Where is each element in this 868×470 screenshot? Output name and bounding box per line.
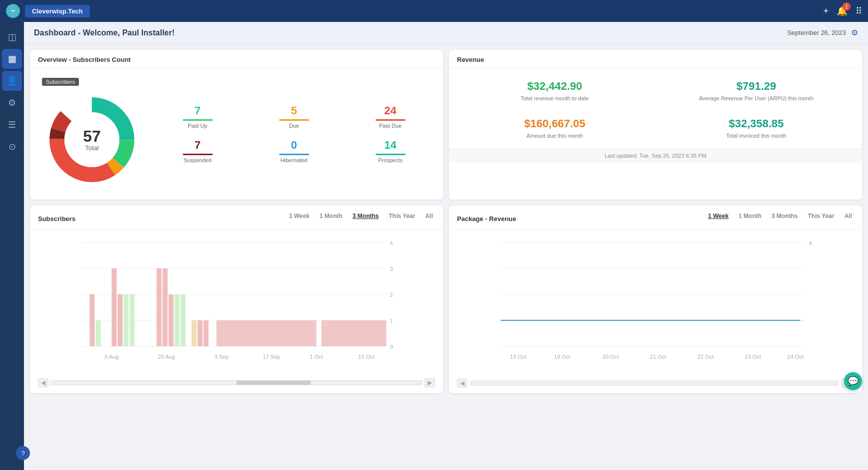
stat-paid-up-value: 7	[157, 104, 238, 117]
settings-icon[interactable]: ⚙	[851, 28, 858, 37]
filter-thisyear[interactable]: This Year	[387, 212, 418, 221]
pkg-filter-1month[interactable]: 1 Month	[737, 212, 764, 221]
revenue-last-updated: Last updated: Tue, Sep 26, 2023 6:35 PM	[449, 148, 862, 163]
floating-chat-button[interactable]: 💬	[844, 372, 862, 390]
filter-1week[interactable]: 1 Week	[287, 212, 312, 221]
stat-hibernated-label: Hibernated	[253, 157, 335, 163]
header-date: September 26, 2023	[787, 29, 846, 36]
subscribers-chart-card: Subscribers 1 Week 1 Month 3 Months This…	[30, 206, 443, 393]
stat-past-due-bar	[376, 119, 406, 121]
scrollbar-track[interactable]	[50, 380, 423, 385]
stat-due-value: 5	[253, 104, 335, 117]
svg-rect-30	[204, 320, 209, 346]
revenue-total-month-value: $32,442.90	[459, 80, 651, 93]
revenue-invoiced: $32,358.85 Total invoiced this month	[661, 117, 853, 140]
app-logo[interactable]: ~	[6, 4, 20, 18]
sidebar-item-list[interactable]: ☰	[2, 115, 22, 135]
revenue-due-label: Amount due this month	[459, 132, 651, 140]
stat-hibernated[interactable]: 0 Hibernated	[253, 139, 335, 163]
subscribers-chart-body: 4 3 2 1 0	[30, 230, 443, 392]
filter-all[interactable]: All	[424, 212, 435, 221]
svg-text:18 Oct: 18 Oct	[510, 354, 526, 360]
revenue-total-month-label: Total revenue month to date	[459, 95, 651, 102]
pkg-filter-1week[interactable]: 1 Week	[706, 212, 731, 221]
help-button[interactable]: ?	[16, 446, 30, 460]
main-content: Dashboard - Welcome, Paul Installer! Sep…	[24, 22, 868, 470]
scroll-left[interactable]: ◀	[38, 378, 48, 387]
stat-suspended[interactable]: 7 Suspended	[157, 139, 238, 163]
svg-text:17 Sep: 17 Sep	[263, 354, 280, 360]
sidebar-item-users[interactable]: 👤	[2, 71, 22, 91]
stat-past-due-label: Past Due	[350, 123, 431, 129]
package-revenue-svg: 4 18 Oct 19 Oct 20 Oct 21 Oct	[457, 235, 854, 375]
notification-icon[interactable]: 🔔 1	[837, 5, 848, 16]
filter-3months[interactable]: 3 Months	[351, 212, 381, 221]
sidebar-item-dashboard[interactable]: ▦	[2, 49, 22, 69]
svg-text:20 Aug: 20 Aug	[158, 354, 175, 360]
svg-text:6 Aug: 6 Aug	[104, 354, 118, 360]
svg-text:23 Oct: 23 Oct	[745, 354, 761, 360]
svg-rect-25	[181, 294, 186, 346]
revenue-arpu-value: $791.29	[661, 80, 853, 93]
svg-text:4: 4	[809, 240, 812, 246]
revenue-title: Revenue	[449, 50, 862, 68]
package-revenue-body: 4 18 Oct 19 Oct 20 Oct 21 Oct	[449, 230, 862, 393]
stat-hibernated-value: 0	[253, 139, 335, 152]
stat-suspended-label: Suspended	[157, 157, 238, 163]
svg-rect-29	[198, 320, 203, 346]
subscribers-chart-title: Subscribers 1 Week 1 Month 3 Months This…	[30, 206, 443, 230]
stat-prospects[interactable]: 14 Prospects	[350, 139, 431, 163]
pkg-filter-all[interactable]: All	[843, 212, 854, 221]
brand-name[interactable]: Cleverwisp.Tech	[25, 5, 90, 17]
grid-menu-icon[interactable]: ⠿	[856, 5, 862, 16]
revenue-invoiced-value: $32,358.85	[661, 117, 853, 130]
pkg-scrollbar-track[interactable]	[470, 381, 839, 386]
scroll-right[interactable]: ▶	[425, 378, 435, 387]
svg-rect-28	[192, 320, 197, 346]
svg-rect-32	[322, 320, 387, 346]
stat-due-label: Due	[253, 123, 335, 129]
stat-due-bar	[279, 119, 309, 121]
total-label: Total	[83, 144, 101, 152]
scrollbar-thumb[interactable]	[237, 381, 311, 385]
header-bar: Dashboard - Welcome, Paul Installer! Sep…	[24, 22, 868, 44]
pkg-filter-3months[interactable]: 3 Months	[770, 212, 800, 221]
svg-rect-22	[163, 268, 168, 346]
top-nav-left: ~ Cleverwisp.Tech	[6, 4, 90, 18]
svg-text:3 Sep: 3 Sep	[214, 354, 229, 360]
stat-paid-up-bar	[183, 119, 213, 121]
svg-text:24 Oct: 24 Oct	[787, 354, 803, 360]
stat-past-due[interactable]: 24 Past Due	[350, 104, 431, 129]
filter-1month[interactable]: 1 Month	[318, 212, 345, 221]
subscribers-count-card: Overview - Subscribers Count Subscribers	[30, 50, 443, 200]
subscribers-count-title: Overview - Subscribers Count	[30, 50, 443, 68]
stat-suspended-value: 7	[157, 139, 238, 152]
svg-text:1: 1	[390, 318, 393, 324]
page-title: Dashboard - Welcome, Paul Installer!	[34, 28, 175, 37]
revenue-arpu: $791.29 Average Revenue Per User (ARPU) …	[661, 80, 853, 102]
package-revenue-label: Package - Revenue	[457, 215, 516, 223]
pkg-filter-thisyear[interactable]: This Year	[806, 212, 837, 221]
svg-rect-19	[124, 294, 129, 346]
sidebar-item-chart[interactable]: ◫	[2, 27, 22, 47]
sidebar-item-location[interactable]: ⊙	[2, 137, 22, 157]
stat-past-due-value: 24	[350, 104, 431, 117]
stat-paid-up[interactable]: 7 Paid Up	[157, 104, 238, 129]
svg-text:3: 3	[390, 266, 393, 272]
subscribers-count-label: Overview - Subscribers Count	[38, 56, 131, 63]
stat-hibernated-bar	[279, 154, 309, 155]
content-grid: Overview - Subscribers Count Subscribers	[24, 44, 868, 399]
svg-text:0: 0	[390, 344, 393, 350]
sidebar-item-settings[interactable]: ⚙	[2, 93, 22, 113]
add-icon[interactable]: +	[823, 6, 829, 16]
svg-text:1 Oct: 1 Oct	[310, 354, 323, 360]
stat-paid-up-label: Paid Up	[157, 123, 238, 129]
subscribers-badge: Subscribers	[42, 78, 79, 86]
donut-center: 57 Total	[83, 128, 101, 152]
svg-text:19 Oct: 19 Oct	[554, 354, 570, 360]
svg-rect-18	[118, 294, 123, 346]
svg-rect-17	[112, 268, 117, 346]
stat-due[interactable]: 5 Due	[253, 104, 335, 129]
pkg-scroll-left[interactable]: ◀	[457, 379, 467, 388]
top-nav: ~ Cleverwisp.Tech + 🔔 1 ⠿	[0, 0, 868, 22]
